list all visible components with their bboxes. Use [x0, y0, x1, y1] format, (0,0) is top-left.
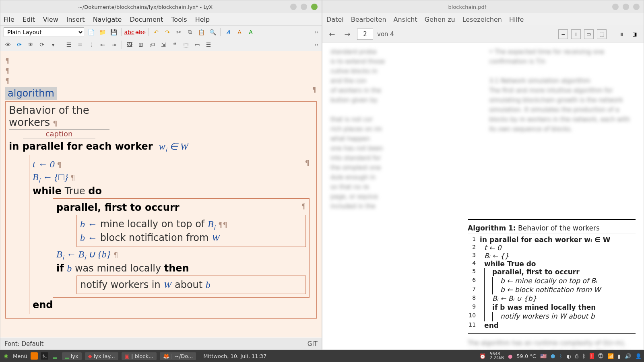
keyword-do[interactable]: do	[88, 185, 102, 197]
copy-icon[interactable]: ⧉	[186, 28, 194, 37]
menu-bookmarks[interactable]: Lesezeichen	[462, 16, 502, 23]
close-icon[interactable]	[311, 4, 318, 10]
math-inset[interactable]: wi ∈ W	[159, 141, 188, 152]
taskbar-item-lyxlayout[interactable]: ◆lyx lay...	[85, 352, 118, 360]
list-numbered-icon[interactable]: ≡	[76, 40, 85, 49]
maximize-icon[interactable]	[623, 4, 629, 10]
keyword-parallel[interactable]: in parallel for each worker	[9, 141, 153, 152]
caption-text[interactable]: Behavior of the workers	[9, 104, 89, 128]
insert-table-icon[interactable]: ⊞	[136, 40, 145, 49]
zoom-out-icon[interactable]: −	[558, 29, 568, 39]
page-number-input[interactable]	[357, 29, 373, 40]
open-file-icon[interactable]: 📁	[98, 28, 107, 37]
update-master-icon[interactable]: ⟳	[37, 40, 46, 49]
keyword-end[interactable]: end	[33, 299, 53, 311]
insert-box-icon[interactable]: ☰	[204, 40, 213, 49]
fit-width-icon[interactable]: ▭	[584, 29, 594, 39]
lyx-editor-area[interactable]: ¶ ¶ ¶ algorithm ¶ Behavior of the worker…	[0, 51, 322, 337]
undo-icon[interactable]: ↶	[152, 28, 161, 37]
redo-icon[interactable]: ↷	[163, 28, 172, 37]
minimize-icon[interactable]	[290, 4, 297, 10]
spellcheck-off-icon[interactable]: a̶b̶c̶	[136, 28, 145, 37]
keyword-while[interactable]: while	[33, 185, 62, 197]
flag-icon[interactable]: 🇺🇸	[540, 353, 547, 359]
math-inset[interactable]: b ←	[80, 232, 97, 243]
menu-button[interactable]: Menü	[13, 353, 27, 359]
math-inset[interactable]: W	[163, 280, 171, 290]
insert-ref-icon[interactable]: ⇲	[159, 40, 168, 49]
taskbar-item-dokumente[interactable]: 🦊| ~/Do...	[160, 352, 196, 360]
user-icon[interactable]: 👤	[635, 353, 642, 359]
minimize-icon[interactable]	[612, 4, 619, 10]
terminal-icon[interactable]: $_	[41, 352, 48, 360]
menu-tools[interactable]: Tools	[171, 16, 187, 23]
keyword-then[interactable]: then	[164, 263, 189, 274]
maximize-icon[interactable]	[301, 4, 307, 10]
network-monitor[interactable]: 56482.24kB	[490, 352, 504, 360]
refresh-icon[interactable]: ⟳	[15, 40, 24, 49]
algorithm-float-label[interactable]: algorithm	[5, 87, 57, 100]
menu-view[interactable]: Ansicht	[394, 16, 417, 23]
redshift-icon[interactable]: ◐	[566, 353, 571, 359]
find-icon[interactable]: 🔍	[208, 28, 217, 37]
insert-label-icon[interactable]: 🏷	[148, 40, 157, 49]
math-inset[interactable]: Bi	[208, 219, 215, 229]
insert-index-icon[interactable]: ⬚	[182, 40, 190, 49]
menu-goto[interactable]: Gehen zu	[425, 16, 455, 23]
if-condition[interactable]: was mined locally	[75, 263, 161, 274]
editor-content[interactable]: ¶ ¶ ¶ algorithm ¶ Behavior of the worker…	[5, 55, 317, 319]
temperature-indicator[interactable]: 59.0 °C	[516, 353, 536, 359]
volume-icon[interactable]: 🔊	[625, 353, 631, 359]
apply-style-icon[interactable]: A	[246, 28, 255, 37]
view-icon[interactable]: 👁	[4, 40, 12, 49]
bluetooth2-icon[interactable]: ᛒ	[582, 353, 586, 359]
paste-icon[interactable]: 📋	[197, 28, 206, 37]
fit-page-icon[interactable]: ⬚	[597, 29, 607, 39]
math-inset[interactable]: b	[206, 280, 211, 290]
menu-document[interactable]: Document	[130, 16, 163, 23]
color-icon[interactable]: ●	[508, 353, 512, 359]
insert-note-icon[interactable]: ▭	[193, 40, 202, 49]
mint-menu-icon[interactable]: ◉	[2, 352, 10, 360]
menu-edit[interactable]: Bearbeiten	[351, 16, 386, 23]
taskbar-datetime[interactable]: Mittwoch, 10. Juli, 11:37	[203, 353, 266, 359]
dual-page-icon[interactable]: ⫼	[617, 29, 627, 39]
prev-page-button[interactable]: ←	[326, 29, 338, 40]
taskbar-item-lyx[interactable]: ▂lyx	[62, 352, 82, 360]
menu-file[interactable]: Datei	[326, 16, 344, 23]
menu-view[interactable]: View	[43, 16, 58, 23]
notification-icon[interactable]: !	[590, 353, 594, 359]
math-inset[interactable]: b ←	[80, 219, 97, 229]
clock-icon[interactable]: ⏰	[479, 353, 486, 359]
emphasize-icon[interactable]: A	[224, 28, 233, 37]
layout-selector[interactable]: Plain Layout	[4, 27, 84, 37]
menu-insert[interactable]: Insert	[66, 16, 85, 23]
indent-less-icon[interactable]: ⇤	[98, 40, 107, 49]
noun-icon[interactable]: A	[235, 28, 244, 37]
menu-help[interactable]: Help	[195, 16, 210, 23]
toolbar-overflow-icon[interactable]: ››	[314, 42, 318, 47]
toolbar-overflow-icon[interactable]: ››	[314, 29, 318, 35]
taskbar-item-block[interactable]: ▣| block...	[122, 352, 157, 360]
spellcheck-icon[interactable]: abc	[125, 28, 134, 37]
menu-help[interactable]: Hilfe	[509, 16, 524, 23]
math-inset[interactable]: Bi ← Bi ∪ {b}	[56, 249, 110, 259]
printer-icon[interactable]: ⎙	[575, 353, 578, 359]
view-other-icon[interactable]: ▾	[49, 40, 58, 49]
indent-more-icon[interactable]: ⇥	[109, 40, 118, 49]
math-inset[interactable]: t ← 0	[33, 159, 55, 169]
list-bullet-icon[interactable]: ☰	[64, 40, 73, 49]
sidebar-icon[interactable]: ◨	[630, 29, 640, 39]
menu-navigate[interactable]: Navigate	[93, 16, 122, 23]
text-true[interactable]: True	[65, 185, 85, 197]
wifi-icon[interactable]: 📶	[607, 353, 614, 359]
battery-icon[interactable]: ▮	[618, 353, 621, 359]
update-icon[interactable]: ⓵	[598, 353, 603, 359]
keyword-parallel-first[interactable]: parallel, first to occurr	[56, 202, 180, 213]
show-desktop-icon[interactable]	[31, 352, 38, 360]
list-item-icon[interactable]: ⋮	[87, 40, 96, 49]
insert-figure-icon[interactable]: 🖼	[125, 40, 134, 49]
math-inset[interactable]: Bi ← {□}	[33, 172, 68, 182]
next-page-button[interactable]: →	[342, 29, 353, 40]
math-inset[interactable]: b	[67, 263, 72, 274]
